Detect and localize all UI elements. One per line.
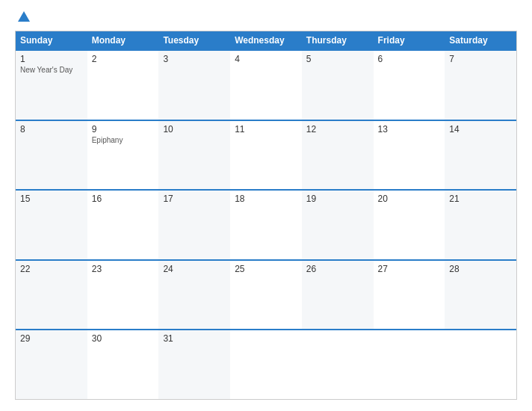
day-number: 8: [20, 124, 83, 135]
day-number: 15: [20, 194, 83, 204]
day-header-monday: Monday: [87, 31, 159, 49]
day-cell: 24: [158, 261, 230, 330]
day-cell: 31: [158, 330, 230, 399]
day-cell: 17: [158, 191, 230, 259]
logo-triangle-icon: [18, 11, 30, 22]
day-cell: 29: [16, 330, 87, 399]
day-cell: 18: [230, 191, 302, 259]
week-row-1: 1New Year's Day234567: [16, 49, 516, 120]
day-cell: [230, 330, 302, 399]
day-header-sunday: Sunday: [16, 31, 87, 49]
day-cell: 7: [445, 51, 516, 120]
day-number: 9: [92, 124, 155, 135]
day-cell: 5: [302, 51, 374, 120]
day-number: 10: [163, 124, 226, 135]
day-headers-row: SundayMondayTuesdayWednesdayThursdayFrid…: [16, 31, 516, 49]
day-cell: 30: [87, 330, 159, 399]
calendar-grid: SundayMondayTuesdayWednesdayThursdayFrid…: [15, 31, 517, 400]
day-cell: 19: [302, 191, 374, 259]
holiday-label: New Year's Day: [20, 66, 83, 74]
day-number: 19: [306, 194, 369, 204]
day-cell: [374, 330, 445, 399]
day-number: 16: [92, 194, 155, 204]
day-cell: 3: [158, 51, 230, 120]
day-cell: 14: [445, 121, 516, 190]
day-cell: 23: [87, 261, 159, 330]
day-number: 5: [306, 54, 369, 64]
day-header-wednesday: Wednesday: [230, 31, 302, 49]
week-row-3: 15161718192021: [16, 189, 516, 259]
logo: [15, 11, 30, 23]
day-cell: 28: [445, 261, 516, 330]
day-cell: 15: [16, 191, 87, 259]
day-cell: 10: [158, 121, 230, 190]
day-cell: 25: [230, 261, 302, 330]
day-cell: 16: [87, 191, 159, 259]
day-number: 17: [163, 194, 226, 204]
day-number: 26: [306, 264, 369, 274]
day-number: 27: [378, 264, 441, 274]
day-number: 28: [449, 264, 512, 274]
day-number: 14: [449, 124, 512, 135]
day-header-thursday: Thursday: [302, 31, 374, 49]
day-cell: 2: [87, 51, 159, 120]
week-row-5: 293031: [16, 329, 516, 399]
weeks-container: 1New Year's Day23456789Epiphany101112131…: [16, 49, 516, 399]
day-number: 18: [235, 194, 297, 204]
calendar-header: [15, 11, 517, 23]
day-cell: 26: [302, 261, 374, 330]
day-number: 31: [163, 333, 226, 344]
day-cell: 13: [374, 121, 445, 190]
day-cell: 21: [445, 191, 516, 259]
day-header-saturday: Saturday: [445, 31, 516, 49]
calendar-page: SundayMondayTuesdayWednesdayThursdayFrid…: [0, 0, 532, 411]
day-number: 3: [163, 54, 226, 64]
day-number: 13: [378, 124, 441, 135]
day-number: 23: [92, 264, 155, 274]
day-cell: 1New Year's Day: [16, 51, 87, 120]
day-number: 11: [235, 124, 297, 135]
day-number: 29: [20, 333, 83, 344]
day-number: 30: [92, 333, 155, 344]
day-number: 22: [20, 264, 83, 274]
day-cell: 9Epiphany: [87, 121, 159, 190]
day-number: 6: [378, 54, 441, 64]
day-cell: 4: [230, 51, 302, 120]
day-header-friday: Friday: [374, 31, 445, 49]
day-number: 2: [92, 54, 155, 64]
day-number: 1: [20, 54, 83, 64]
day-number: 21: [449, 194, 512, 204]
day-header-tuesday: Tuesday: [158, 31, 230, 49]
holiday-label: Epiphany: [92, 136, 155, 144]
day-cell: 11: [230, 121, 302, 190]
day-cell: 6: [374, 51, 445, 120]
day-number: 24: [163, 264, 226, 274]
day-number: 25: [235, 264, 297, 274]
day-cell: 20: [374, 191, 445, 259]
day-number: 4: [235, 54, 297, 64]
day-number: 7: [449, 54, 512, 64]
day-cell: 27: [374, 261, 445, 330]
day-cell: 22: [16, 261, 87, 330]
week-row-4: 22232425262728: [16, 259, 516, 330]
week-row-2: 89Epiphany1011121314: [16, 120, 516, 190]
day-cell: [302, 330, 374, 399]
day-number: 20: [378, 194, 441, 204]
day-cell: 8: [16, 121, 87, 190]
day-number: 12: [306, 124, 369, 135]
day-cell: [445, 330, 516, 399]
day-cell: 12: [302, 121, 374, 190]
